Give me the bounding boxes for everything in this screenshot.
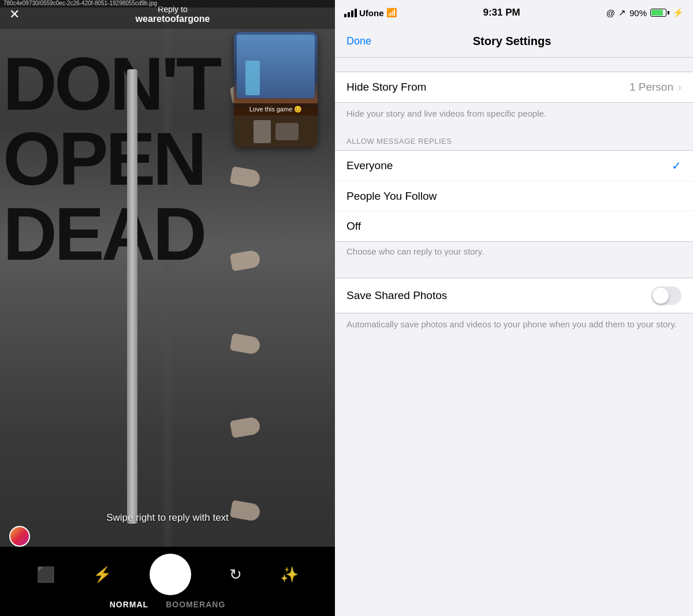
- game-cover: [254, 120, 271, 143]
- option-everyone-row[interactable]: Everyone ✓: [335, 151, 693, 181]
- effects-icon[interactable]: ✨: [280, 566, 299, 584]
- story-card-image-top: [237, 35, 315, 98]
- boomerang-mode[interactable]: BOOMERANG: [166, 600, 225, 609]
- option-everyone-label: Everyone: [346, 159, 672, 172]
- username-label: wearetoofargone: [20, 14, 326, 24]
- battery-fill: [651, 10, 663, 16]
- swipe-hint: Swipe right to reply with text: [0, 512, 335, 524]
- hand: [230, 249, 261, 271]
- checkmark-icon: ✓: [672, 159, 681, 173]
- carrier-info: Ufone 📶: [344, 8, 397, 18]
- chevron-right-icon: ›: [678, 81, 681, 94]
- location-icon: @: [606, 8, 615, 18]
- story-card: Love this game 😊: [234, 32, 318, 147]
- status-time: 9:31 PM: [483, 7, 520, 18]
- nav-bar: Done Story Settings: [335, 25, 693, 58]
- save-photos-card: Save Shared Photos: [335, 278, 693, 313]
- save-photos-row[interactable]: Save Shared Photos: [335, 278, 693, 313]
- save-photos-description: Automatically save photos and videos to …: [346, 319, 677, 329]
- camera-controls: ⬛ ⚡ ↻ ✨ NORMAL BOOMERANG: [0, 547, 335, 616]
- gap-1: [335, 58, 693, 72]
- gap-2: [335, 126, 693, 133]
- shutter-button[interactable]: [150, 554, 191, 595]
- right-panel: Ufone 📶 9:31 PM @ ↗ 90% ⚡ Done Story Set…: [335, 0, 693, 616]
- bar-3: [351, 10, 353, 17]
- status-indicators: @ ↗ 90% ⚡: [606, 8, 684, 18]
- wifi-icon: 📶: [386, 8, 397, 18]
- carrier-name: Ufone: [359, 8, 384, 18]
- hand: [230, 333, 261, 355]
- character-figure: [245, 61, 260, 95]
- flash-icon[interactable]: ⚡: [93, 566, 111, 584]
- signal-bars: [344, 9, 357, 17]
- replies-description: Choose who can reply to your story.: [346, 247, 484, 256]
- done-button[interactable]: Done: [346, 35, 371, 47]
- save-photos-description-container: Automatically save photos and videos to …: [335, 313, 693, 338]
- hand: [230, 166, 261, 188]
- option-off-row[interactable]: Off: [335, 211, 693, 241]
- hide-story-label: Hide Story From: [346, 81, 629, 94]
- boomerang-icon[interactable]: ↻: [229, 566, 242, 584]
- bar-2: [348, 12, 350, 17]
- battery-body: [650, 9, 666, 17]
- option-people-follow-label: People You Follow: [346, 190, 681, 203]
- toggle-thumb: [653, 288, 669, 304]
- left-panel: 780c4e09730/0559c0ec-2c26-420f-8051-1929…: [0, 0, 335, 616]
- graffiti-text: DON'TOPENDEAD: [3, 46, 219, 271]
- save-photos-toggle[interactable]: [651, 286, 681, 305]
- hand: [230, 416, 261, 438]
- charging-icon: ⚡: [673, 8, 684, 18]
- battery-tip: [668, 11, 669, 14]
- option-off-label: Off: [346, 220, 681, 233]
- save-photos-label: Save Shared Photos: [346, 289, 651, 302]
- replies-options-card: Everyone ✓ People You Follow Off: [335, 150, 693, 242]
- settings-content: Hide Story From 1 Person › Hide your sto…: [335, 58, 693, 616]
- story-card-inner: Love this game 😊: [234, 32, 318, 147]
- bottom-spacer: [335, 338, 693, 361]
- metal-bar: [127, 69, 137, 524]
- hide-story-description: Hide your story and live videos from spe…: [346, 109, 546, 118]
- close-icon[interactable]: ✕: [9, 7, 20, 22]
- battery-percent: 90%: [629, 8, 647, 18]
- replies-description-container: Choose who can reply to your story.: [335, 242, 693, 264]
- bar-1: [344, 14, 346, 17]
- section-header-replies: ALLOW MESSAGE REPLIES: [335, 133, 693, 150]
- story-card-bottom: [234, 115, 318, 147]
- page-title: Story Settings: [371, 35, 653, 48]
- avatar: [9, 526, 30, 547]
- profile-strip: [9, 526, 30, 547]
- reply-header: Reply to wearetoofargone: [20, 5, 326, 24]
- battery-indicator: [650, 9, 669, 17]
- option-people-follow-row[interactable]: People You Follow: [335, 181, 693, 211]
- normal-mode[interactable]: NORMAL: [110, 600, 148, 609]
- file-path: 780c4e09730/0559c0ec-2c26-420f-8051-1929…: [0, 0, 335, 8]
- hide-story-description-container: Hide your story and live videos from spe…: [335, 103, 693, 126]
- hide-story-card: Hide Story From 1 Person ›: [335, 72, 693, 103]
- story-card-label: Love this game 😊: [234, 103, 318, 115]
- hide-story-row[interactable]: Hide Story From 1 Person ›: [335, 72, 693, 102]
- bar-4: [355, 9, 357, 17]
- game-controller: [275, 123, 299, 140]
- gallery-icon[interactable]: ⬛: [36, 566, 55, 584]
- hide-story-value: 1 Person: [629, 81, 673, 94]
- arrow-icon: ↗: [619, 8, 626, 18]
- status-bar: Ufone 📶 9:31 PM @ ↗ 90% ⚡: [335, 0, 693, 25]
- camera-icons-row: ⬛ ⚡ ↻ ✨: [0, 547, 335, 600]
- gap-3: [335, 264, 693, 278]
- camera-modes: NORMAL BOOMERANG: [110, 600, 226, 614]
